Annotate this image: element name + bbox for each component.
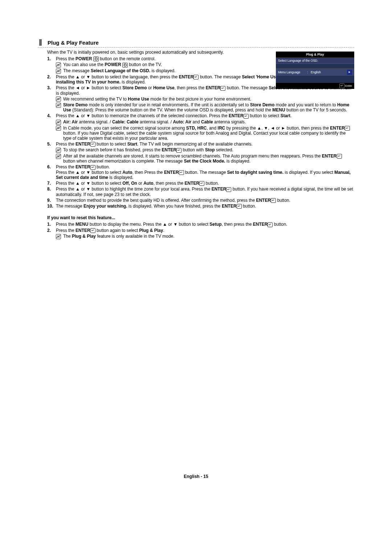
- enter-icon: ↵: [220, 86, 225, 91]
- note-icon: N: [56, 62, 61, 68]
- note-icon: N: [56, 69, 61, 74]
- intro-text: When the TV is initially powered on, bas…: [47, 50, 301, 55]
- enter-icon: ↵: [268, 222, 273, 227]
- step-10: 10. The message Enjoy your watching. is …: [47, 204, 354, 209]
- enter-icon: ↵: [339, 83, 344, 88]
- note-icon: N: [56, 234, 61, 239]
- osd-preview: Plug & Play Select Language of the OSD. …: [276, 52, 354, 89]
- osd-menu-row: Menu Language : English ►: [276, 69, 354, 76]
- note-icon: N: [56, 148, 61, 153]
- enter-icon: ↵: [193, 75, 199, 79]
- enter-icon: ↵: [345, 126, 350, 131]
- step-5: 5. Press the ENTER↵ button to select Sta…: [47, 142, 354, 164]
- osd-footer: ↵ ↵ Enter Enter: [276, 83, 354, 89]
- step-8: 8. Press the ▲ or ▼ button to highlight …: [47, 187, 354, 197]
- step-2: 2. Press the ▲ or ▼ button to select the…: [47, 74, 301, 85]
- reset-step-2: 2. Press the ENTER↵ button again to sele…: [47, 228, 354, 239]
- section-marker: [39, 39, 42, 46]
- section-title: Plug & Play Feature: [48, 40, 99, 46]
- osd-title: Plug & Play: [276, 52, 354, 58]
- step-3: 3. Press the ◄ or ► button to select Sto…: [47, 85, 354, 112]
- enter-icon: ↵: [237, 204, 242, 209]
- step-9: 9. The connection method to provide the …: [47, 198, 354, 203]
- enter-icon: ↵: [90, 228, 95, 233]
- enter-icon: ↵: [271, 198, 276, 203]
- power-icon: ⏻: [122, 63, 128, 68]
- enter-icon: ↵: [90, 142, 95, 147]
- step-4: 4. Press the ▲ or ▼ button to memorize t…: [47, 113, 354, 140]
- note-icon: N: [56, 120, 61, 125]
- step-7: 7. Press the ▲ or ▼ button to select Off…: [47, 181, 354, 186]
- enter-icon: ↵: [244, 114, 249, 119]
- enter-icon: ↵: [226, 187, 231, 192]
- enter-icon: ↵: [179, 170, 184, 175]
- note-icon: N: [56, 154, 61, 159]
- step-6: 6. Press the ENTER↵ button. Press the ▲ …: [47, 164, 354, 180]
- enter-icon: ↵: [337, 154, 342, 159]
- note-icon: N: [56, 97, 61, 102]
- enter-icon: ↵: [90, 165, 95, 170]
- note-icon: N: [56, 103, 61, 108]
- reset-step-1: 1. Press the MENU button to display the …: [47, 222, 354, 227]
- step-1: 1. Press the POWER ⏻ button on the remot…: [47, 56, 301, 74]
- enter-icon: ↵: [176, 148, 181, 153]
- osd-subtitle: Select Language of the OSD.: [276, 58, 354, 64]
- osd-arrow-icon: ►: [347, 70, 352, 75]
- note-icon: N: [56, 126, 61, 131]
- enter-icon: ↵: [199, 181, 204, 186]
- power-icon: ⏻: [93, 57, 99, 61]
- reset-heading: If you want to reset this feature...: [47, 215, 354, 220]
- page-footer: English - 15: [0, 474, 392, 479]
- section-divider: [38, 47, 354, 48]
- reset-list: 1. Press the MENU button to display the …: [47, 222, 354, 239]
